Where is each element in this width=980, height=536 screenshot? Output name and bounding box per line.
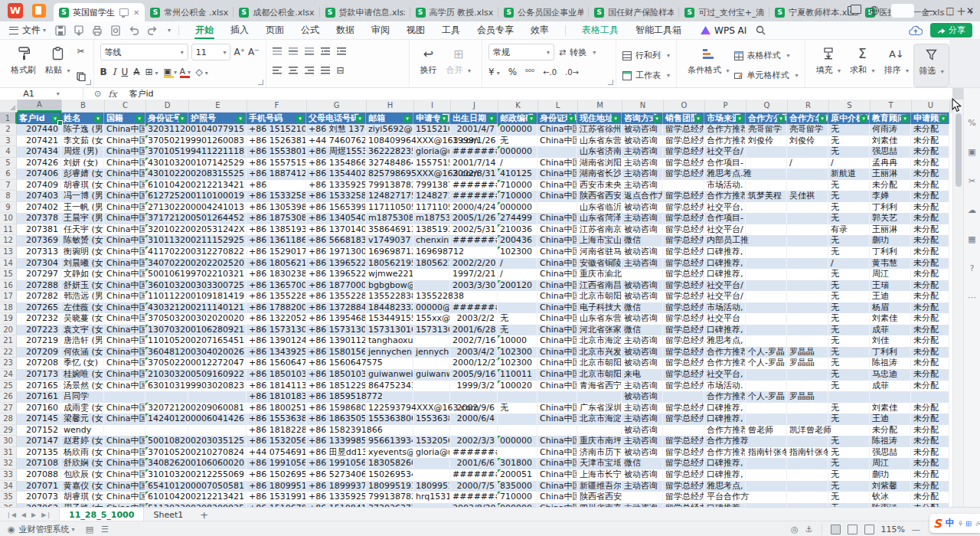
- doc-tab[interactable]: S贷款申请信息.xlsx: [320, 4, 410, 21]
- export-icon[interactable]: [74, 25, 84, 36]
- cell[interactable]: 135522838: [413, 291, 450, 302]
- cell[interactable]: 主动咨询: [622, 413, 663, 425]
- keyboard-grid-icon[interactable]: [966, 520, 972, 528]
- cell[interactable]: 留学总经办: [663, 291, 704, 302]
- cell[interactable]: 蒯玏: [870, 469, 911, 481]
- cell[interactable]: China中国: [104, 247, 145, 258]
- cell[interactable]: 未分配: [870, 180, 911, 191]
- cell[interactable]: 207208: [17, 358, 61, 369]
- cell[interactable]: [622, 269, 663, 280]
- cell[interactable]: +86 1354866895: [306, 158, 366, 169]
- cell[interactable]: 未分配: [911, 124, 949, 136]
- cell[interactable]: 410125: [498, 168, 537, 180]
- filter-button[interactable]: 筛选 ▾: [913, 44, 949, 87]
- next-sheet-icon[interactable]: ▶: [31, 511, 36, 518]
- cell[interactable]: [746, 213, 787, 224]
- cell[interactable]: 610104200212213421: [145, 180, 188, 191]
- doc-tab[interactable]: S国任财产保险样本.x: [589, 4, 679, 21]
- cell[interactable]: 留学总经办: [663, 224, 704, 236]
- header-cell[interactable]: 护照号▾: [188, 113, 247, 124]
- cell[interactable]: 未分配: [911, 347, 949, 358]
- align-right-icon[interactable]: [305, 67, 314, 74]
- cell[interactable]: +86 18501030: [247, 369, 306, 381]
- cell[interactable]: 郭关艺: [870, 213, 911, 224]
- cell[interactable]: 无: [828, 269, 870, 280]
- cell[interactable]: +86 18753080: [247, 213, 306, 224]
- cell[interactable]: +86 15731301: [247, 325, 306, 336]
- cell[interactable]: /: [828, 158, 870, 169]
- column-header-G[interactable]: G: [307, 100, 367, 112]
- cell[interactable]: +86 13220522: [247, 313, 306, 325]
- cell[interactable]: 无: [828, 291, 870, 302]
- system-chevron-icon[interactable]: ▾: [72, 526, 75, 533]
- font-dialog-launcher[interactable]: [258, 80, 263, 85]
- cell[interactable]: China中国: [537, 436, 577, 447]
- cell[interactable]: 丁利利: [870, 202, 911, 214]
- column-header-L[interactable]: L: [538, 100, 578, 112]
- outline-icon[interactable]: ☰: [101, 525, 109, 534]
- cell[interactable]: 207165: [17, 381, 61, 392]
- cell[interactable]: 主动咨询: [622, 381, 663, 392]
- cell[interactable]: 被动咨询: [622, 291, 663, 302]
- cell[interactable]: China中国: [104, 492, 145, 503]
- first-sheet-icon[interactable]: ❘◀: [6, 511, 16, 518]
- cell[interactable]: 00000@qq: [413, 302, 450, 314]
- cell[interactable]: /: [828, 258, 870, 270]
- cell[interactable]: 未分配: [911, 369, 949, 381]
- cell[interactable]: 黄韦慧: [870, 258, 911, 270]
- cell[interactable]: China中国: [104, 269, 145, 280]
- cell[interactable]: 赵君婷 (女): [61, 436, 104, 447]
- row-header-2[interactable]: 2: [0, 124, 17, 136]
- cell[interactable]: 留学总经办: [663, 469, 704, 481]
- cell[interactable]: 320721200209060081: [145, 403, 188, 414]
- cell[interactable]: 周江: [870, 458, 911, 469]
- cell[interactable]: +86 1851229020: [306, 381, 366, 392]
- cell[interactable]: China中国: [104, 313, 145, 325]
- cell[interactable]: 袁文宇 (女): [61, 325, 104, 336]
- header-cell[interactable]: 咨询方式▾: [622, 113, 663, 124]
- cell[interactable]: +86 15320563: [247, 436, 306, 447]
- cell[interactable]: 370503200302020020: [145, 313, 188, 325]
- cell[interactable]: 刘素佳: [870, 403, 911, 414]
- cell[interactable]: wendy: [61, 425, 104, 436]
- filter-dropdown-icon[interactable]: ▾: [567, 115, 575, 123]
- cell[interactable]: China中国: [537, 291, 577, 302]
- cell[interactable]: [746, 458, 787, 469]
- cell[interactable]: +86 1580156591: [306, 347, 366, 358]
- globe-icon[interactable]: [869, 5, 880, 16]
- cell[interactable]: 口碑推荐,: [704, 247, 746, 258]
- cell[interactable]: China中国: [104, 280, 145, 292]
- row-header-19[interactable]: 19: [0, 313, 17, 325]
- cell[interactable]: [413, 269, 450, 280]
- fill-color-button[interactable]: ▣▾: [164, 67, 175, 78]
- cell[interactable]: 口碑推荐,: [704, 269, 746, 280]
- cell[interactable]: [498, 425, 537, 436]
- cell[interactable]: +86 13657006: [247, 280, 306, 292]
- cell[interactable]: 无: [828, 481, 870, 492]
- cell[interactable]: China中国: [104, 413, 145, 425]
- cell[interactable]: China中国: [537, 247, 577, 258]
- cell[interactable]: 衡琬明 (女): [61, 247, 104, 258]
- decrease-font-icon[interactable]: A⁻: [248, 47, 260, 57]
- cell[interactable]: 成菲: [870, 381, 911, 392]
- cell[interactable]: m1875308: [366, 213, 413, 224]
- column-header-Q[interactable]: Q: [746, 100, 788, 112]
- cell[interactable]: [911, 391, 949, 403]
- cell[interactable]: 主动咨询: [622, 213, 663, 224]
- cell[interactable]: 155363806: [413, 413, 450, 425]
- cell[interactable]: 北京市朝阳: [577, 369, 622, 381]
- worksheet-button[interactable]: 工作表▾: [622, 68, 670, 83]
- cell[interactable]: 留学总经办: [663, 258, 704, 270]
- cell[interactable]: 未分配: [911, 247, 949, 258]
- cell[interactable]: 湖南省浏阳: [577, 158, 622, 169]
- header-cell[interactable]: 身份证号▾: [145, 113, 188, 124]
- cell[interactable]: 117110505: [413, 202, 450, 214]
- cell[interactable]: China中国: [104, 180, 145, 191]
- cell[interactable]: [450, 425, 498, 436]
- cell[interactable]: 000000: [498, 146, 537, 158]
- cell[interactable]: China中国: [537, 224, 577, 236]
- cell[interactable]: [663, 425, 704, 436]
- comma-style-icon[interactable]: ⁰⁰⁰: [525, 68, 534, 77]
- cell[interactable]: 王晨宇 (男): [61, 213, 104, 224]
- row-header-5[interactable]: 5: [0, 158, 17, 169]
